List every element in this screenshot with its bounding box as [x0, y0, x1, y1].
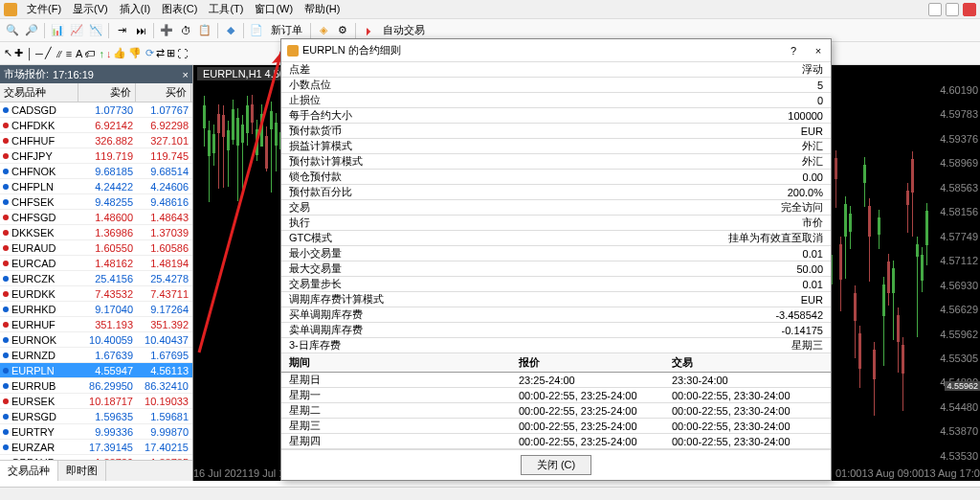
symbol-row-CHFHUF[interactable]: CHFHUF326.882327.101	[0, 133, 192, 148]
symbol-row-EURPLN[interactable]: EURPLN4.559474.56113	[0, 363, 192, 378]
symbol-row-EURZAR[interactable]: EURZAR17.3914517.40215	[0, 440, 192, 455]
menu-insert[interactable]: 插入(I)	[114, 0, 156, 18]
tab-tick[interactable]: 即时图	[58, 461, 106, 481]
shift-icon[interactable]: ⇥	[113, 22, 130, 39]
symbol-row-EURNZD[interactable]: EURNZD1.676391.67695	[0, 348, 192, 363]
menu-file[interactable]: 文件(F)	[21, 0, 67, 18]
symbol-row-EURDKK[interactable]: EURDKK7.435327.43711	[0, 286, 192, 302]
autoscroll-icon[interactable]: ⏭	[132, 22, 149, 39]
symbol-row-EURAUD[interactable]: EURAUD1.605501.60586	[0, 240, 192, 256]
crosshair-icon[interactable]: ✚	[14, 47, 23, 59]
new-order-button[interactable]: 新订单	[267, 23, 306, 37]
symbol-row-CHFJPY[interactable]: CHFJPY119.719119.745	[0, 148, 192, 164]
col-ask[interactable]: 买价	[136, 83, 191, 102]
spec-row: 卖单调期库存费-0.14175	[281, 323, 831, 338]
thumb-up-icon[interactable]: 👍	[113, 47, 126, 59]
hline-icon[interactable]: ─	[35, 48, 43, 59]
symbol-row-CHFSGD[interactable]: CHFSGD1.486001.48643	[0, 210, 192, 225]
bottom-scrollbar[interactable]	[0, 487, 980, 500]
col-bid[interactable]: 卖价	[78, 83, 136, 102]
symbol-row-EURNOK[interactable]: EURNOK10.4005910.40437	[0, 332, 192, 348]
chart-candle-icon[interactable]: 📈	[68, 22, 85, 39]
market-watch-columns: 交易品种 卖价 买价	[0, 83, 192, 102]
template-icon[interactable]: 📋	[196, 22, 213, 39]
menu-view[interactable]: 显示(V)	[67, 0, 114, 18]
symbol-row-EURSGD[interactable]: EURSGD1.596351.59681	[0, 409, 192, 424]
chart-symbol-tab[interactable]: EURPLN,H1 4.56	[197, 67, 291, 80]
arrow-up-icon[interactable]: ↑	[99, 48, 104, 59]
symbol-row-EURRUB[interactable]: EURRUB86.2995086.32410	[0, 378, 192, 394]
cursor-icon[interactable]: ↖	[4, 47, 12, 59]
sync-icon[interactable]: ⇄	[156, 47, 165, 59]
symbol-row-CHFNOK[interactable]: CHFNOK9.681859.68514	[0, 164, 192, 179]
symbol-row-EURHUF[interactable]: EURHUF351.193351.392	[0, 317, 192, 332]
vline-icon[interactable]: │	[27, 48, 33, 59]
market-watch-header: 市场报价: 17:16:19 ×	[0, 65, 192, 83]
market-watch-tabs: 交易品种 即时图	[0, 460, 192, 481]
label-icon[interactable]: 🏷	[84, 48, 95, 59]
options-icon[interactable]: ⚙	[334, 22, 351, 39]
spec-row: 买单调期库存费-3.458542	[281, 307, 831, 323]
symbol-row-EURTRY[interactable]: EURTRY9.993369.99870	[0, 424, 192, 440]
menu-window[interactable]: 窗口(W)	[249, 0, 299, 18]
symbol-row-EURCAD[interactable]: EURCAD1.481621.48194	[0, 256, 192, 271]
dialog-title: EURPLN 的合约细则	[302, 43, 401, 57]
auto-trade-button[interactable]: 自动交易	[379, 23, 429, 37]
dialog-close-icon[interactable]: ×	[812, 45, 825, 57]
dialog-titlebar[interactable]: EURPLN 的合约细则 ? ×	[281, 39, 831, 62]
fib-icon[interactable]: ≡	[66, 48, 72, 59]
symbol-row-CHFDKK[interactable]: CHFDKK6.921426.92298	[0, 118, 192, 133]
indicator-icon[interactable]: ➕	[158, 22, 175, 39]
text-icon[interactable]: A	[76, 48, 82, 59]
zoom-out-icon[interactable]: 🔍	[4, 22, 21, 39]
dialog-help-icon[interactable]: ?	[787, 45, 800, 57]
autotrading-icon[interactable]: ⏵	[360, 22, 377, 39]
dialog-body: 点差浮动小数点位5止损位0每手合约大小100000预付款货币EUR损益计算模式外…	[281, 62, 831, 449]
window-close-icon[interactable]	[963, 3, 976, 16]
app-logo-icon	[4, 3, 17, 16]
arrow-down-icon[interactable]: ↓	[106, 48, 112, 59]
symbol-row-EURCZK[interactable]: EURCZK25.415625.4278	[0, 271, 192, 286]
window-min-icon[interactable]	[928, 3, 942, 16]
zoom-in-icon[interactable]: 🔎	[23, 22, 40, 39]
chart-bar-icon[interactable]: 📊	[49, 22, 66, 39]
spec-row: 3-日库存费星期三	[281, 338, 831, 353]
menu-help[interactable]: 帮助(H)	[299, 0, 345, 18]
symbol-row-CADSGD[interactable]: CADSGD1.077301.07767	[0, 102, 192, 118]
symbol-row-EURSEK[interactable]: EURSEK10.1871710.19033	[0, 394, 192, 409]
thumb-down-icon[interactable]: 👎	[128, 47, 142, 59]
market-watch-rows: CADSGD1.077301.07767CHFDKK6.921426.92298…	[0, 102, 192, 460]
refresh-icon[interactable]: ⟳	[145, 47, 154, 59]
spec-row: 预付款货币EUR	[281, 124, 831, 139]
close-button[interactable]: 关闭 (C)	[521, 455, 591, 475]
session-row: 星期一00:00-22:55, 23:25-24:0000:00-22:55, …	[281, 388, 831, 403]
expand-icon[interactable]: ⛶	[177, 48, 188, 59]
symbol-row-CHFPLN[interactable]: CHFPLN4.244224.24606	[0, 179, 192, 194]
tab-symbols[interactable]: 交易品种	[0, 461, 58, 481]
session-row: 星期三00:00-22:55, 23:25-24:0000:00-22:55, …	[281, 419, 831, 434]
new-order-icon[interactable]: 📄	[248, 22, 265, 39]
col-symbol[interactable]: 交易品种	[0, 83, 78, 102]
metaeditor-icon[interactable]: ◈	[315, 22, 332, 39]
trendline-icon[interactable]: ╱	[45, 47, 52, 59]
mql-icon[interactable]: ◆	[222, 22, 239, 39]
chart-line-icon[interactable]: 📉	[87, 22, 104, 39]
spec-row: 每手合约大小100000	[281, 108, 831, 124]
menu-tools[interactable]: 工具(T)	[203, 0, 249, 18]
symbol-row-DKKSEK[interactable]: DKKSEK1.369861.37039	[0, 225, 192, 240]
period-icon[interactable]: ⏱	[177, 22, 194, 39]
spec-row: 调期库存费计算模式EUR	[281, 292, 831, 307]
channel-icon[interactable]: ⫽	[54, 48, 64, 59]
symbol-row-EURHKD[interactable]: EURHKD9.170409.17264	[0, 302, 192, 317]
price-tag: 4.55962	[945, 381, 980, 391]
window-max-icon[interactable]	[946, 3, 959, 16]
close-panel-icon[interactable]: ×	[183, 69, 189, 80]
grid-icon[interactable]: ⊞	[167, 47, 175, 59]
spec-row: 止损位0	[281, 93, 831, 108]
spec-row: 交易完全访问	[281, 200, 831, 216]
market-watch-time: 17:16:19	[53, 69, 94, 80]
dialog-icon	[287, 45, 299, 57]
spec-row: 锁仓预付款0.00	[281, 170, 831, 185]
menu-chart[interactable]: 图表(C)	[156, 0, 203, 18]
symbol-row-CHFSEK[interactable]: CHFSEK9.482559.48616	[0, 194, 192, 210]
